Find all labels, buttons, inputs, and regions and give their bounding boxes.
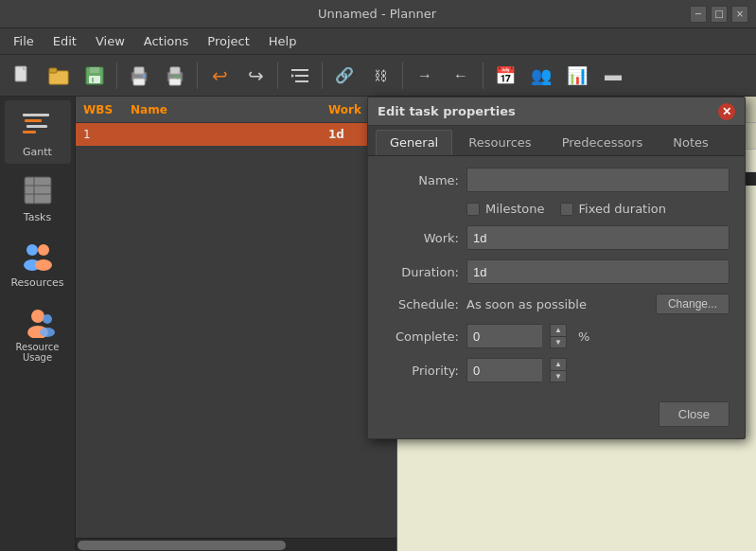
dialog-footer: Close [368,394,745,438]
dialog-close-x-button[interactable]: ✕ [718,103,735,120]
menu-actions[interactable]: Actions [134,30,199,52]
undo-button[interactable]: ↩ [202,60,237,92]
menu-file[interactable]: File [4,30,44,52]
complete-spinner[interactable]: ▲ ▼ [550,324,567,348]
priority-up-btn[interactable]: ▲ [551,359,566,371]
svg-rect-9 [134,67,144,74]
menu-bar: File Edit View Actions Project Help [0,28,756,55]
sidebar-item-resources[interactable]: Resources [5,231,71,294]
complete-input[interactable] [466,324,542,348]
work-row: Work: [383,225,730,250]
name-row: Name: [383,168,730,192]
complete-down-btn[interactable]: ▼ [551,337,566,348]
milestone-checkbox-label[interactable]: Milestone [466,202,545,216]
open-button[interactable] [42,60,76,92]
toolbar-sep-3 [277,62,278,89]
duration-input[interactable] [466,259,730,284]
fixed-duration-checkbox[interactable] [560,203,573,216]
indent-button[interactable] [283,60,317,92]
menu-view[interactable]: View [86,30,134,52]
priority-row: Priority: ▲ ▼ [383,358,730,382]
menu-project[interactable]: Project [198,30,258,52]
sidebar-item-tasks[interactable]: Tasks [5,166,71,229]
arrow-left-button[interactable]: ← [444,60,478,92]
resource-usage-icon [19,302,57,340]
sidebar-tasks-label: Tasks [24,211,51,223]
fixed-duration-checkbox-label[interactable]: Fixed duration [560,202,667,216]
dialog-form: Name: Milestone Fixed duration [368,156,745,394]
complete-up-btn[interactable]: ▲ [551,325,566,337]
work-input[interactable] [466,225,730,250]
arrow-right-button[interactable]: → [408,60,442,92]
calendar-button[interactable]: 📅 [488,60,522,92]
indent-icon [290,67,310,84]
schedule-row: Schedule: As soon as possible Change... [383,293,730,314]
title-bar: Unnamed - Planner − □ × [0,0,756,28]
sidebar-item-gantt[interactable]: Gantt [5,100,71,164]
bar-btn[interactable]: ▬ [596,60,630,92]
complete-pct: % [578,329,589,344]
export-icon [165,65,185,86]
sidebar-item-resource-usage[interactable]: ResourceUsage [5,296,71,368]
svg-point-27 [26,244,38,256]
tab-predecessors[interactable]: Predecessors [548,130,658,155]
menu-help[interactable]: Help [259,30,307,52]
milestone-checkbox[interactable] [466,203,480,216]
export-button[interactable] [158,60,192,92]
tab-general[interactable]: General [376,130,452,155]
priority-spinner[interactable]: ▲ ▼ [550,358,567,382]
table-header: WBS Name Work [76,97,396,123]
menu-edit[interactable]: Edit [44,30,86,52]
svg-rect-7 [92,78,94,82]
svg-rect-5 [90,67,99,73]
svg-rect-20 [25,119,42,122]
tab-notes[interactable]: Notes [659,130,723,155]
checkbox-row: Milestone Fixed duration [466,202,730,216]
svg-rect-10 [133,79,145,85]
svg-point-28 [38,244,49,256]
scrollbar-thumb[interactable] [78,541,286,550]
save-icon [84,65,105,86]
table-empty-space [76,146,396,538]
window-close-btn[interactable]: × [731,6,748,23]
open-icon [47,65,70,86]
gantt-icon [19,106,57,144]
milestone-label: Milestone [485,202,545,216]
tab-resources[interactable]: Resources [454,130,545,155]
unlink-button[interactable]: ⛓ [363,60,397,92]
sidebar-resource-usage-label: ResourceUsage [16,342,60,363]
svg-point-11 [143,74,146,77]
new-button[interactable] [6,60,40,92]
dialog-title: Edit task properties [378,104,516,118]
svg-rect-3 [49,68,57,73]
svg-point-33 [43,314,52,324]
sidebar: Gantt Tasks [0,97,76,551]
toolbar: ↩ ↪ 🔗 ⛓ → ← 📅 👥 📊 ▬ [0,55,756,97]
resources-btn[interactable]: 👥 [524,60,558,92]
link-button[interactable]: 🔗 [327,60,361,92]
window-controls[interactable]: − □ × [690,6,748,23]
col-header-wbs: WBS [76,103,123,116]
svg-rect-21 [26,125,47,128]
toolbar-sep-4 [322,62,323,89]
maximize-btn[interactable]: □ [711,6,728,23]
minimize-btn[interactable]: − [690,6,707,23]
redo-button[interactable]: ↪ [238,60,273,92]
tasks-icon [19,171,57,209]
table-row[interactable]: 1 1d [76,123,396,146]
chart-btn[interactable]: 📊 [560,60,594,92]
fixed-duration-label: Fixed duration [579,202,667,216]
col-header-name: Name [123,103,321,116]
save-button[interactable] [78,60,112,92]
svg-point-31 [31,310,44,323]
name-input[interactable] [466,168,730,192]
priority-label: Priority: [383,364,459,378]
print-button[interactable] [122,60,156,92]
complete-row: Complete: ▲ ▼ % [383,324,730,348]
horizontal-scrollbar[interactable] [76,538,396,551]
priority-down-btn[interactable]: ▼ [551,371,566,382]
change-button[interactable]: Change... [656,293,730,314]
close-button[interactable]: Close [659,401,730,427]
priority-input[interactable] [466,358,542,382]
toolbar-sep-2 [197,62,198,89]
